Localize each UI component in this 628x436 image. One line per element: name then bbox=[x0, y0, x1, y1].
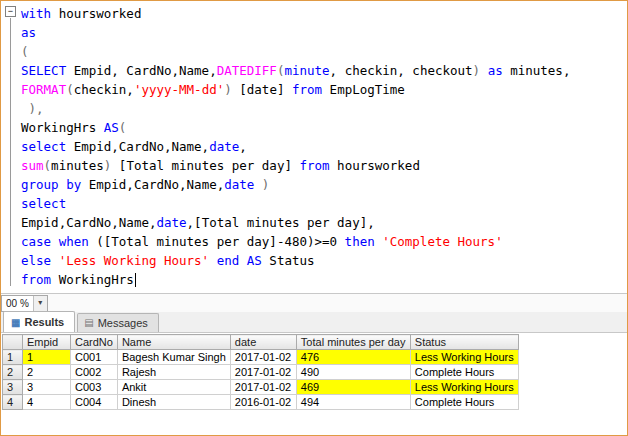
grid-cell[interactable]: Dinesh bbox=[117, 395, 230, 410]
code-line[interactable]: sum(minutes) [Total minutes per day] fro… bbox=[21, 156, 627, 175]
grid-cell[interactable]: 1 bbox=[23, 350, 71, 365]
code-token: date bbox=[156, 215, 186, 230]
row-number-cell[interactable]: 4 bbox=[3, 395, 23, 410]
code-line[interactable]: as bbox=[21, 23, 627, 42]
code-token: WorkingHrs bbox=[21, 120, 104, 135]
code-token: ,[Total minutes per day], bbox=[187, 215, 375, 230]
code-token: SELECT bbox=[21, 63, 66, 78]
code-token: WorkingHrs bbox=[51, 272, 134, 287]
grid-corner-cell[interactable] bbox=[3, 335, 23, 350]
code-token: as bbox=[480, 63, 503, 78]
code-line[interactable]: SELECT Empid, CardNo,Name,DATEDIFF(minut… bbox=[21, 61, 627, 80]
code-line[interactable]: select Empid,CardNo,Name,date, bbox=[21, 137, 627, 156]
grid-cell[interactable]: C004 bbox=[71, 395, 118, 410]
grid-cell[interactable]: 2017-01-02 bbox=[230, 380, 296, 395]
results-grid-icon: ▦ bbox=[10, 317, 20, 328]
header-row: EmpidCardNoNamedateTotal minutes per day… bbox=[3, 335, 519, 350]
code-line[interactable]: ( bbox=[21, 42, 627, 61]
code-token: ) bbox=[473, 63, 481, 78]
grid-cell[interactable]: Bagesh Kumar Singh bbox=[117, 350, 230, 365]
code-token: Status bbox=[262, 253, 315, 268]
grid-cell[interactable]: 3 bbox=[23, 380, 71, 395]
column-header[interactable]: date bbox=[230, 335, 296, 350]
code-token: case when bbox=[21, 234, 89, 249]
code-line[interactable]: FORMAT(checkin,'yyyy-MM-dd') [date] from… bbox=[21, 80, 627, 99]
code-token: [date] bbox=[232, 82, 292, 97]
code-token: ) bbox=[224, 82, 232, 97]
grid-cell[interactable]: 476 bbox=[296, 350, 410, 365]
editor-statusbar: 00 % ▾ bbox=[1, 293, 627, 312]
code-token: ), bbox=[21, 101, 44, 116]
column-header[interactable]: Empid bbox=[23, 335, 71, 350]
grid-cell[interactable]: C001 bbox=[71, 350, 118, 365]
code-token: 'yyyy-MM-dd' bbox=[134, 82, 224, 97]
code-line[interactable]: WorkingHrs AS( bbox=[21, 118, 627, 137]
row-number-cell[interactable]: 1 bbox=[3, 350, 23, 365]
code-line[interactable]: select bbox=[21, 194, 627, 213]
results-tabstrip: ▦ Results ▤ Messages bbox=[1, 312, 627, 333]
collapse-region-icon[interactable]: − bbox=[5, 6, 16, 17]
code-token: FORMAT bbox=[21, 82, 66, 97]
grid-cell[interactable]: 2017-01-02 bbox=[230, 350, 296, 365]
code-token: minute bbox=[284, 63, 329, 78]
code-line[interactable]: group by Empid,CardNo,Name,date ) bbox=[21, 175, 627, 194]
grid-cell[interactable]: 494 bbox=[296, 395, 410, 410]
code-line[interactable]: else 'Less Working Hours' end AS Status bbox=[21, 251, 627, 270]
grid-cell[interactable]: 2017-01-02 bbox=[230, 365, 296, 380]
grid-cell[interactable]: Rajesh bbox=[117, 365, 230, 380]
code-token: Empid,CardNo,Name, bbox=[66, 139, 209, 154]
outline-line bbox=[10, 18, 11, 286]
grid-cell[interactable]: Complete Hours bbox=[410, 365, 518, 380]
code-token: then bbox=[345, 234, 375, 249]
code-token: date bbox=[224, 177, 254, 192]
code-token: minutes bbox=[51, 158, 104, 173]
grid-cell[interactable]: 2 bbox=[23, 365, 71, 380]
code-token: from bbox=[292, 82, 322, 97]
code-token: select bbox=[21, 196, 66, 211]
code-token: from bbox=[299, 158, 329, 173]
grid-cell[interactable]: 469 bbox=[296, 380, 410, 395]
code-token: ( bbox=[66, 82, 74, 97]
code-line[interactable]: Empid,CardNo,Name,date,[Total minutes pe… bbox=[21, 213, 627, 232]
code-line[interactable]: case when ([Total minutes per day]-480)>… bbox=[21, 232, 627, 251]
chevron-down-icon[interactable]: ▾ bbox=[33, 296, 47, 311]
code-token: checkin, bbox=[74, 82, 134, 97]
row-number-cell[interactable]: 2 bbox=[3, 365, 23, 380]
code-token: AS bbox=[104, 120, 119, 135]
row-number-cell[interactable]: 3 bbox=[3, 380, 23, 395]
tab-results[interactable]: ▦ Results bbox=[3, 311, 75, 332]
code-token: sum bbox=[21, 158, 44, 173]
sql-editor[interactable]: − with hoursworkedas(SELECT Empid, CardN… bbox=[1, 1, 627, 293]
code-lines: with hoursworkedas(SELECT Empid, CardNo,… bbox=[21, 1, 627, 293]
tab-messages[interactable]: ▤ Messages bbox=[77, 313, 159, 332]
grid-cell[interactable]: C002 bbox=[71, 365, 118, 380]
zoom-control[interactable]: 00 % ▾ bbox=[1, 295, 48, 312]
code-token: , bbox=[239, 139, 247, 154]
grid-cell[interactable]: Complete Hours bbox=[410, 395, 518, 410]
grid-cell[interactable]: Less Working Hours bbox=[410, 380, 518, 395]
grid-cell[interactable]: 4 bbox=[23, 395, 71, 410]
code-line[interactable]: from WorkingHrs bbox=[21, 270, 627, 289]
code-token: hoursworked bbox=[330, 158, 420, 173]
code-token: DATEDIFF bbox=[217, 63, 277, 78]
column-header[interactable]: Status bbox=[410, 335, 518, 350]
column-header[interactable]: CardNo bbox=[71, 335, 118, 350]
grid-cell[interactable]: 2016-01-02 bbox=[230, 395, 296, 410]
column-header[interactable]: Name bbox=[117, 335, 230, 350]
code-token: as bbox=[21, 25, 36, 40]
grid-body: 11C001Bagesh Kumar Singh2017-01-02476Les… bbox=[3, 350, 519, 410]
grid-cell[interactable]: C003 bbox=[71, 380, 118, 395]
grid-cell[interactable]: Ankit bbox=[117, 380, 230, 395]
table-row: 33C003Ankit2017-01-02469Less Working Hou… bbox=[3, 380, 519, 395]
code-line[interactable]: with hoursworked bbox=[21, 4, 627, 23]
table-row: 11C001Bagesh Kumar Singh2017-01-02476Les… bbox=[3, 350, 519, 365]
code-token: ( bbox=[119, 120, 127, 135]
table-row: 22C002Rajesh2017-01-02490Complete Hours bbox=[3, 365, 519, 380]
table-row: 44C004Dinesh2016-01-02494Complete Hours bbox=[3, 395, 519, 410]
tab-messages-label: Messages bbox=[98, 317, 148, 329]
column-header[interactable]: Total minutes per day bbox=[296, 335, 410, 350]
results-grid: EmpidCardNoNamedateTotal minutes per day… bbox=[2, 334, 519, 410]
grid-cell[interactable]: 490 bbox=[296, 365, 410, 380]
code-line[interactable]: ), bbox=[21, 99, 627, 118]
grid-cell[interactable]: Less Working Hours bbox=[410, 350, 518, 365]
